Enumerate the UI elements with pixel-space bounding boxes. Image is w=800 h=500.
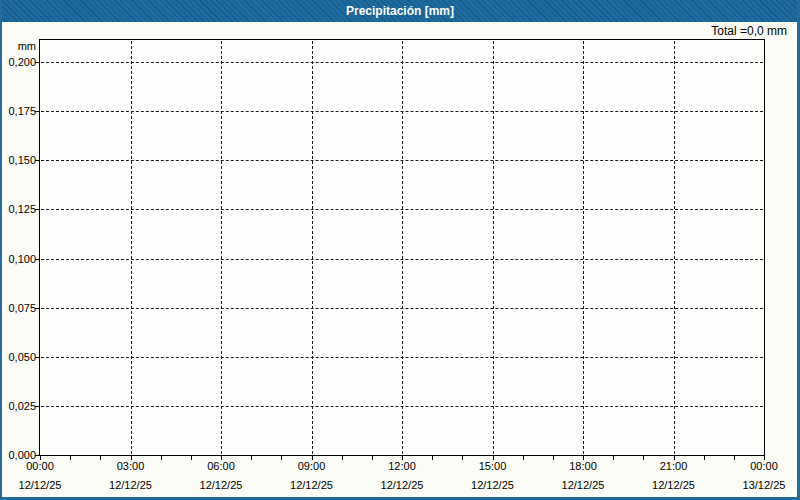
x-axis-tick — [100, 456, 101, 460]
x-axis-tick — [764, 456, 765, 460]
x-axis-tick — [40, 456, 41, 460]
x-axis-tick — [493, 456, 494, 460]
x-gridline — [674, 41, 675, 454]
x-tick-date-label: 12/12/25 — [189, 479, 253, 492]
x-axis-tick — [523, 456, 524, 460]
x-axis-tick — [191, 456, 192, 460]
x-axis-tick — [342, 456, 343, 460]
x-tick-date-label: 12/12/25 — [461, 479, 525, 492]
x-axis-tick — [432, 456, 433, 460]
x-axis-tick — [553, 456, 554, 460]
y-tick-label: 0,150 — [0, 153, 36, 167]
x-tick-date-label: 13/12/25 — [732, 479, 796, 492]
x-axis-tick — [583, 456, 584, 460]
x-tick-time-label: 06:00 — [189, 460, 253, 473]
x-axis-tick — [312, 456, 313, 460]
window-border-left — [0, 0, 2, 500]
x-axis-tick — [462, 456, 463, 460]
x-gridline — [583, 41, 584, 454]
x-tick-time-label: 21:00 — [642, 460, 706, 473]
x-axis-tick — [704, 456, 705, 460]
x-tick-time-label: 00:00 — [8, 460, 72, 473]
y-tick-label: 0,200 — [0, 55, 36, 69]
x-axis-tick — [131, 456, 132, 460]
chart-window: Precipitación [mm] Total =0,0 mm mm 0,20… — [0, 0, 800, 500]
x-gridline — [312, 41, 313, 454]
x-axis-tick — [372, 456, 373, 460]
x-axis-tick — [643, 456, 644, 460]
x-axis-tick — [161, 456, 162, 460]
x-axis-tick — [251, 456, 252, 460]
x-tick-time-label: 18:00 — [551, 460, 615, 473]
x-tick-date-label: 12/12/25 — [280, 479, 344, 492]
y-tick-label: 0,175 — [0, 104, 36, 118]
x-gridline — [493, 41, 494, 454]
x-tick-time-label: 15:00 — [461, 460, 525, 473]
total-annotation: Total =0,0 mm — [711, 24, 787, 38]
y-tick-label: 0,050 — [0, 350, 36, 364]
x-axis-tick — [70, 456, 71, 460]
chart-title: Precipitación [mm] — [346, 4, 454, 18]
x-tick-date-label: 12/12/25 — [642, 479, 706, 492]
x-tick-time-label: 00:00 — [732, 460, 796, 473]
x-tick-time-label: 12:00 — [370, 460, 434, 473]
y-tick-label: 0,125 — [0, 202, 36, 216]
x-axis-tick — [281, 456, 282, 460]
y-tick-label: 0,025 — [0, 399, 36, 413]
x-gridline — [402, 41, 403, 454]
x-axis-tick — [734, 456, 735, 460]
x-axis-tick — [613, 456, 614, 460]
x-axis-tick — [674, 456, 675, 460]
x-gridline — [221, 41, 222, 454]
x-axis-tick — [221, 456, 222, 460]
x-tick-date-label: 12/12/25 — [99, 479, 163, 492]
x-tick-time-label: 03:00 — [99, 460, 163, 473]
x-tick-date-label: 12/12/25 — [370, 479, 434, 492]
x-tick-date-label: 12/12/25 — [8, 479, 72, 492]
y-tick-label: 0,100 — [0, 252, 36, 266]
y-tick-label: 0,075 — [0, 301, 36, 315]
x-tick-date-label: 12/12/25 — [551, 479, 615, 492]
x-gridline — [131, 41, 132, 454]
chart-title-bar: Precipitación [mm] — [0, 0, 800, 22]
x-axis-tick — [402, 456, 403, 460]
y-axis-unit-label: mm — [0, 40, 36, 52]
x-tick-time-label: 09:00 — [280, 460, 344, 473]
